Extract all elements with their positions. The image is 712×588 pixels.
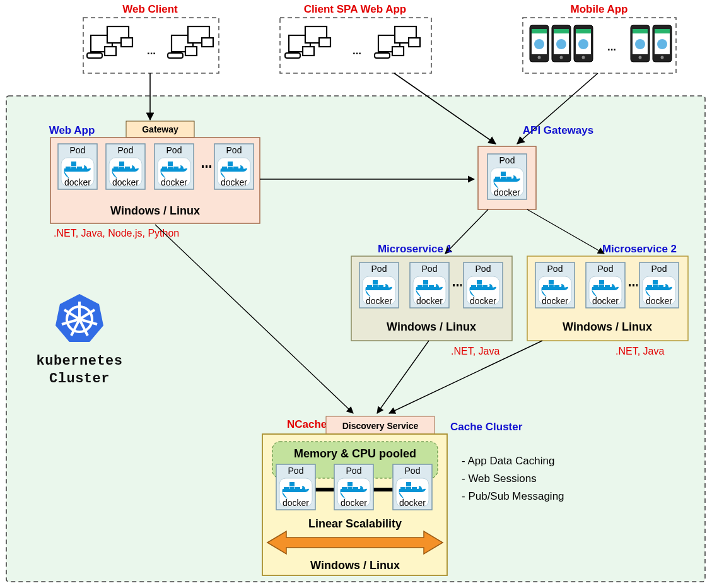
discovery-label: Discovery Service — [342, 421, 419, 431]
phone-icon — [574, 25, 593, 62]
scale-label: Linear Scalability — [308, 517, 402, 530]
architecture-diagram: Web Client ... Client SPA Web App ... Mo… — [0, 0, 712, 588]
cluster-word: Cluster — [49, 371, 110, 387]
pod-label: Pod — [422, 264, 438, 274]
svg-text:Pod: Pod — [118, 145, 134, 155]
pod-label: Pod — [651, 264, 667, 274]
web-client-title: Web Client — [122, 3, 178, 15]
pod-label: Pod — [598, 264, 614, 274]
ms1-langs: .NET, Java — [451, 346, 499, 356]
ellipsis-label: ... — [147, 45, 156, 57]
spa-title: Client SPA Web App — [304, 3, 406, 15]
cache-cluster-title: Cache Cluster — [450, 421, 523, 433]
ellipsis-label: ... — [353, 45, 361, 57]
pod-label: Pod — [547, 264, 563, 274]
feature-sessions: - Web Sessions — [462, 473, 537, 485]
ms1-title: Microservice 1 — [378, 243, 452, 255]
ms2-title: Microservice 2 — [602, 243, 677, 255]
svg-text:Pod: Pod — [166, 145, 182, 155]
kube-word: kubernetes — [36, 353, 122, 369]
ellipsis-label: ... — [607, 41, 616, 53]
docker-label: docker — [470, 296, 496, 306]
gateway-label: Gateway — [142, 124, 178, 134]
docker-label: docker — [112, 177, 139, 187]
docker-label: docker — [592, 296, 619, 306]
docker-label: docker — [64, 177, 91, 187]
docker-label: docker — [341, 498, 367, 508]
feature-pubsub: - Pub/Sub Messaging — [462, 490, 564, 502]
pod-label: Pod — [346, 466, 362, 476]
docker-label: docker — [161, 177, 187, 187]
docker-label: docker — [494, 187, 520, 197]
svg-text:Pod: Pod — [70, 145, 86, 155]
phone-icon — [530, 25, 549, 62]
api-gw-title: API Gateways — [523, 124, 593, 136]
docker-label: docker — [646, 296, 672, 306]
docker-label: docker — [283, 498, 309, 508]
docker-label: docker — [399, 498, 426, 508]
feature-caching: - App Data Caching — [462, 455, 554, 467]
docker-label: docker — [366, 296, 392, 306]
web-app-title: Web App — [49, 124, 95, 136]
phone-icon — [631, 25, 650, 62]
web-app-os: Windows / Linux — [110, 204, 200, 217]
pool-label: Memory & CPU pooled — [294, 447, 416, 460]
docker-label: docker — [416, 296, 443, 306]
phone-icon — [653, 25, 672, 62]
pod-label: Pod — [499, 155, 515, 165]
docker-label: docker — [542, 296, 568, 306]
phone-icon — [552, 25, 571, 62]
mobile-title: Mobile App — [571, 3, 628, 15]
docker-label: docker — [221, 177, 247, 187]
pod-label: Pod — [288, 466, 304, 476]
ncache-os: Windows / Linux — [310, 559, 400, 572]
ms2-langs: .NET, Java — [616, 346, 664, 356]
pod-label: Pod — [476, 264, 491, 274]
pod-label: Pod — [405, 466, 421, 476]
svg-text:Pod: Pod — [226, 145, 242, 155]
ms2-os: Windows / Linux — [563, 320, 652, 333]
pod-label: Pod — [371, 264, 387, 274]
ncache-brand: NCache — [287, 418, 327, 430]
ms1-os: Windows / Linux — [387, 320, 476, 333]
